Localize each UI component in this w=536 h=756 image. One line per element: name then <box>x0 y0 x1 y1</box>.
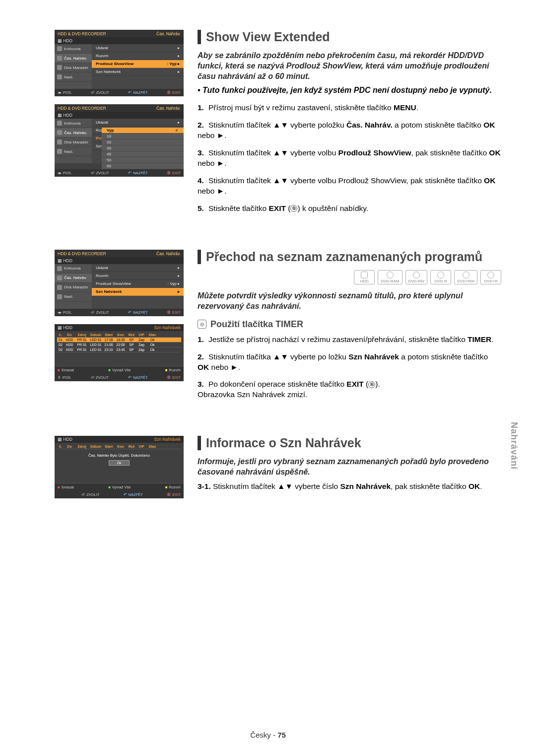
disc-dvdrw: DVD-RW <box>405 270 428 284</box>
btn-vymaz: Vymaž Vše <box>112 485 131 489</box>
gear-icon <box>57 74 62 79</box>
osd-storage-label: HDD <box>63 325 72 330</box>
dd-60: 60 <box>102 163 184 169</box>
section-2-row: HDD & DVD RECORDER Čas. Nahráv. ▦ HDD Kn… <box>55 250 501 408</box>
library-icon <box>57 121 62 126</box>
btn-smazat: Smazat <box>62 485 74 489</box>
footer-nazpet: NAZPĚT <box>133 90 148 95</box>
intro-prechod: Můžete potvrdit výsledky výkonnosti sezn… <box>198 290 501 311</box>
section-2-text: Přechod na seznam zaznamenaných programů… <box>198 250 501 408</box>
steps-3: 3-1. Stisknutím tlačítek ▲▼ vyberte čísl… <box>198 481 501 492</box>
step-1: 1.Přístroj musí být v režimu zastavení, … <box>198 103 501 113</box>
osd-mode: Čas. Nahráv. <box>156 251 181 256</box>
disc-hdd: HDD <box>354 270 375 284</box>
osd-record-list: ▦ HDDSzn Nahrávek č. Do Zdroj Datum Star… <box>55 324 184 381</box>
footer-exit: EXIT <box>172 310 181 315</box>
side-nast: Nast. <box>64 294 73 299</box>
menu-ukazat: Ukázat <box>96 266 108 270</box>
step-4: 4.Stisknutím tlačítek ▲▼ vyberte volbu P… <box>198 176 501 197</box>
footer-zvolit: ZVOLIT <box>96 171 109 175</box>
menu-ukazat: Ukázat <box>96 46 108 50</box>
dd-10: 10 <box>102 134 184 139</box>
heading-showview: Show View Extended <box>198 30 501 44</box>
step-1: 1.Jestliže se přístroj nachází v režimu … <box>198 335 501 345</box>
library-icon <box>57 266 62 271</box>
page-content: HDD & DVD RECORDER Čas. Nahráv. ▦ HDD Kn… <box>0 0 536 540</box>
osd-title: HDD & DVD RECORDER <box>58 106 106 111</box>
exit-icon: ⦿ <box>290 205 297 212</box>
section-1-screenshots: HDD & DVD RECORDER Čas. Nahráv. ▦ HDD Kn… <box>55 30 184 185</box>
side-cas: Čas. Nahráv. <box>64 56 87 61</box>
side-knihovna: Knihovna <box>64 121 80 126</box>
footer-exit: EXIT <box>172 492 181 497</box>
footer-exit: EXIT <box>172 375 181 380</box>
footer-nazpet: NAZPĚT <box>133 375 148 380</box>
footer-nazpet: NAZPĚT <box>133 310 148 315</box>
osd-storage-label: HDD <box>63 38 72 43</box>
steps-1: 1.Přístroj musí být v režimu zastavení, … <box>198 103 501 213</box>
menu-vyp: : Vyp <box>167 62 177 66</box>
done-message: Čas. Nahráv Bylo Úspěš. Dokončeno <box>60 453 178 458</box>
disc-dvdr: DVD-R <box>430 270 451 284</box>
heading-informace: Informace o Szn Nahrávek <box>198 436 501 450</box>
osd-showview-closed: HDD & DVD RECORDER Čas. Nahráv. ▦ HDD Kn… <box>55 30 184 96</box>
disk-icon <box>57 65 62 70</box>
footer-zvolit: ZVOLIT <box>96 375 109 380</box>
footer-zvolit: ZVOLIT <box>86 492 99 497</box>
ok-button: Ok <box>109 460 130 466</box>
osd-mode: Čas. Nahráv. <box>156 106 181 111</box>
section-3-row: ▦ HDDSzn Nahrávek č. Do Zdroj Datum Star… <box>55 436 501 506</box>
side-disk: Disk Manažér <box>64 285 88 289</box>
osd-title: HDD & DVD RECORDER <box>58 251 106 256</box>
section-1-text: Show View Extended Aby se zabránilo zpož… <box>198 30 501 221</box>
list-title: Szn Nahrávek <box>154 325 181 330</box>
side-knihovna: Knihovna <box>64 47 80 51</box>
col-kon: Kon <box>115 333 127 337</box>
intro-showview: Aby se zabránilo zpožděním nebo překroče… <box>198 50 501 81</box>
gear-icon <box>57 294 62 299</box>
step-3: 3.Stisknutím tlačítek ▲▼ vyberte volbu P… <box>198 148 501 169</box>
disc-dvdprw: DVD+RW <box>454 270 477 284</box>
col-zdroj: Zdroj <box>75 333 89 337</box>
side-cas: Čas. Nahráv. <box>64 275 87 280</box>
btn-smazat: Smazat <box>62 368 74 372</box>
footer-pos: POS. <box>63 171 72 175</box>
osd-storage-label: HDD <box>63 113 72 118</box>
osd-storage-label: HDD <box>63 437 72 442</box>
library-icon <box>57 46 62 51</box>
col-c: č. <box>57 333 64 337</box>
col-stav: Stav <box>146 333 158 337</box>
table-row: 02HDDPR 01LED 0121:0022:00SPZapOk <box>57 343 181 347</box>
footer-exit: EXIT <box>172 171 181 175</box>
menu-rozvrh: Rozvrh <box>96 274 108 278</box>
dd-40: 40 <box>102 151 184 157</box>
dd-50: 50 <box>102 157 184 163</box>
step-2: 2.Stisknutím tlačítek ▲▼ vyberte položku… <box>198 120 501 141</box>
disc-badges: HDD DVD-RAM DVD-RW DVD-R DVD+RW DVD+R <box>198 270 501 284</box>
col-rez: Rež <box>127 333 136 337</box>
timer-icon <box>57 56 62 61</box>
exit-icon: ⦿ <box>368 381 375 388</box>
osd-storage-label: HDD <box>63 258 72 263</box>
subheading-timer: ⊙ Použití tlačítka TIMER <box>198 319 501 330</box>
osd-szn-selected: HDD & DVD RECORDER Čas. Nahráv. ▦ HDD Kn… <box>55 250 184 316</box>
section-3-screenshots: ▦ HDDSzn Nahrávek č. Do Zdroj Datum Star… <box>55 436 184 506</box>
menu-szn: Szn Nahrávek <box>96 69 121 74</box>
page-footer: Česky - 75 <box>0 731 536 739</box>
col-vp: V/P <box>136 333 146 337</box>
col-datum: Datum <box>89 333 103 337</box>
steps-2: 1.Jestliže se přístroj nachází v režimu … <box>198 335 501 401</box>
disc-dvdram: DVD-RAM <box>378 270 402 284</box>
osd-record-done: ▦ HDDSzn Nahrávek č. Do Zdroj Datum Star… <box>55 436 184 498</box>
sidebar-tab: Nahrávání <box>509 422 519 470</box>
footer-pos: POS. <box>63 310 72 315</box>
osd-title: HDD & DVD RECORDER <box>58 31 106 36</box>
table-row: 03HDDPR 01LED 0123:1523:45SPZapOk <box>57 347 181 352</box>
footer-pos: POS. <box>63 375 71 380</box>
btn-rozvrh: Rozvrh <box>169 485 181 489</box>
status-box: Čas. Nahráv Bylo Úspěš. Dokončeno Ok <box>57 449 181 470</box>
side-disk: Disk Manažér <box>64 66 88 70</box>
col-start: Start <box>103 333 115 337</box>
intro-bullet: • Tuto funkci používejte, jen když systé… <box>198 85 501 96</box>
timer-button-icon: ⊙ <box>198 320 206 329</box>
